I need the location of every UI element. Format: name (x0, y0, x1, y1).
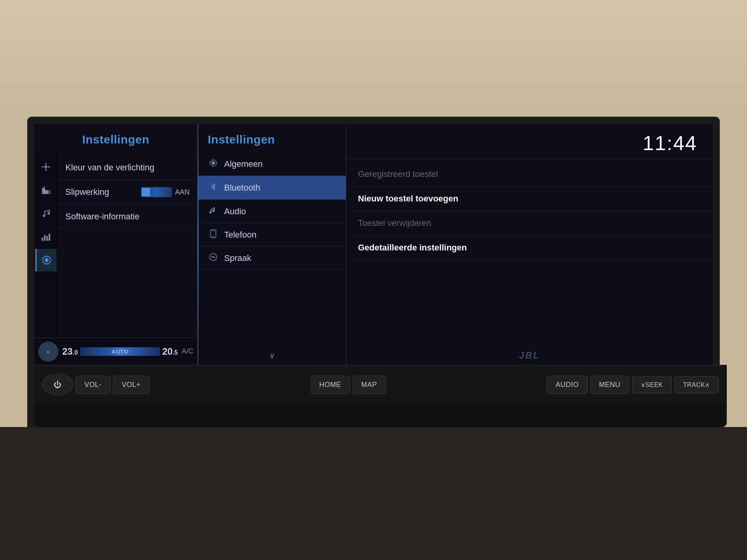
middle-menu: Algemeen Bluetooth (198, 152, 346, 346)
power-button[interactable]: ⏻ (42, 374, 73, 396)
climate-slider[interactable]: AUTO (80, 347, 160, 356)
svg-point-9 (45, 258, 49, 262)
icon-bar (34, 152, 58, 338)
menu-button[interactable]: MENU (590, 376, 630, 394)
settings-gear-icon[interactable] (35, 249, 56, 271)
algemeen-label: Algemeen (224, 159, 263, 169)
bottom-bezel (34, 404, 727, 427)
left-menu-item-verlichting[interactable]: Kleur van de verlichting (58, 156, 197, 180)
right-button-group: AUDIO MENU ∨SEEK TRACK∧ (547, 376, 719, 394)
right-menu: Geregistreerd toestel Nieuw toestel toev… (346, 159, 713, 346)
left-sidebar: Kleur van de verlichting Slipwerking AAN… (34, 152, 197, 338)
toggle-bar (141, 187, 172, 197)
svg-rect-2 (42, 188, 45, 191)
slipwerking-toggle[interactable]: AAN (141, 187, 189, 197)
left-menu-item-software[interactable]: Software-informatie (58, 205, 197, 229)
vol-minus-button[interactable]: VOL- (75, 376, 110, 394)
left-panel: Instellingen (34, 124, 198, 365)
svg-point-11 (209, 211, 212, 214)
svg-point-12 (212, 210, 215, 212)
vol-plus-button[interactable]: VOL+ (113, 376, 150, 394)
screen-bezel: Instellingen (27, 117, 720, 427)
software-label: Software-informatie (65, 212, 140, 222)
middle-panel: Instellingen Algemeen (198, 124, 346, 365)
temp-right-value: 20.5 (162, 346, 178, 357)
menu-item-bluetooth[interactable]: Bluetooth (198, 176, 346, 200)
scroll-down-chevron[interactable]: ∨ (198, 346, 346, 365)
jbl-logo: JBL (346, 346, 713, 365)
svg-point-17 (212, 256, 214, 258)
svg-rect-15 (212, 231, 215, 231)
track-button[interactable]: TRACK∧ (674, 376, 719, 394)
svg-rect-7 (46, 236, 48, 241)
seat-heat-icon[interactable] (35, 179, 56, 201)
fan-icon[interactable] (35, 156, 56, 178)
toggle-value: AAN (175, 188, 189, 196)
music-note-icon[interactable] (35, 202, 56, 225)
equalizer-icon[interactable] (35, 226, 56, 248)
bluetooth-label: Bluetooth (224, 183, 260, 193)
center-button-group: HOME MAP (310, 376, 386, 394)
auto-label: AUTO (112, 348, 128, 355)
remove-label: Toestel verwijderen (358, 218, 431, 228)
svg-point-3 (43, 215, 45, 217)
home-button[interactable]: HOME (310, 376, 350, 394)
registered-label: Geregistreerd toestel (358, 169, 438, 179)
right-menu-item-registered[interactable]: Geregistreerd toestel (346, 162, 713, 187)
svg-point-14 (213, 236, 214, 237)
hardware-buttons-bar: ⏻ VOL- VOL+ HOME MAP AUDIO MENU (34, 365, 727, 404)
add-label: Nieuw toestel toevoegen (358, 194, 458, 203)
right-menu-item-remove[interactable]: Toestel verwijderen (346, 211, 713, 236)
left-panel-title: Instellingen (34, 124, 197, 152)
bluetooth-icon (208, 182, 219, 193)
spraak-label: Spraak (224, 253, 251, 263)
voice-icon (208, 253, 219, 263)
ac-label: A/C (182, 347, 193, 355)
menu-item-algemeen[interactable]: Algemeen (198, 152, 346, 176)
left-button-group: ⏻ VOL- VOL+ (42, 374, 150, 396)
car-interior-top (0, 0, 747, 117)
seek-button[interactable]: ∨SEEK (632, 376, 672, 394)
algemeen-icon (208, 159, 219, 169)
left-menu-item-slipwerking[interactable]: Slipwerking AAN (58, 180, 197, 205)
svg-point-10 (212, 161, 215, 164)
audio-button[interactable]: AUDIO (547, 376, 588, 394)
audio-icon (208, 206, 219, 217)
right-header: 11:44 (346, 124, 713, 159)
right-menu-item-detailed[interactable]: Gedetailleerde instellingen (346, 236, 713, 260)
menu-item-audio[interactable]: Audio (198, 200, 346, 223)
detailed-label: Gedetailleerde instellingen (358, 243, 467, 252)
audio-label: Audio (224, 206, 246, 217)
svg-rect-6 (44, 235, 46, 241)
right-panel: 11:44 Geregistreerd toestel Nieuw toeste… (346, 124, 713, 365)
temp-left-value: 23.0 (62, 346, 78, 357)
middle-panel-title: Instellingen (198, 124, 346, 152)
verlichting-label: Kleur van de verlichting (65, 163, 154, 173)
temp-left-display: 23.0 (62, 346, 78, 357)
back-button[interactable]: « (38, 341, 58, 362)
map-button[interactable]: MAP (352, 376, 386, 394)
phone-icon (208, 229, 219, 240)
svg-point-0 (45, 166, 47, 168)
telefoon-label: Telefoon (224, 230, 256, 240)
slipwerking-label: Slipwerking (65, 187, 109, 197)
climate-bar: « 23.0 AUTO 20.5 A/C (34, 338, 197, 365)
svg-rect-8 (49, 234, 50, 241)
climate-info: 23.0 AUTO 20.5 (62, 346, 178, 357)
right-menu-item-add[interactable]: Nieuw toestel toevoegen (346, 187, 713, 211)
menu-item-telefoon[interactable]: Telefoon (198, 223, 346, 247)
time-display: 11:44 (643, 131, 697, 155)
left-menu: Kleur van de verlichting Slipwerking AAN… (58, 152, 197, 338)
svg-point-4 (47, 212, 50, 215)
car-interior-bottom (0, 427, 747, 560)
svg-rect-5 (42, 238, 43, 241)
main-screen: Instellingen (34, 124, 713, 365)
menu-item-spraak[interactable]: Spraak (198, 247, 346, 270)
